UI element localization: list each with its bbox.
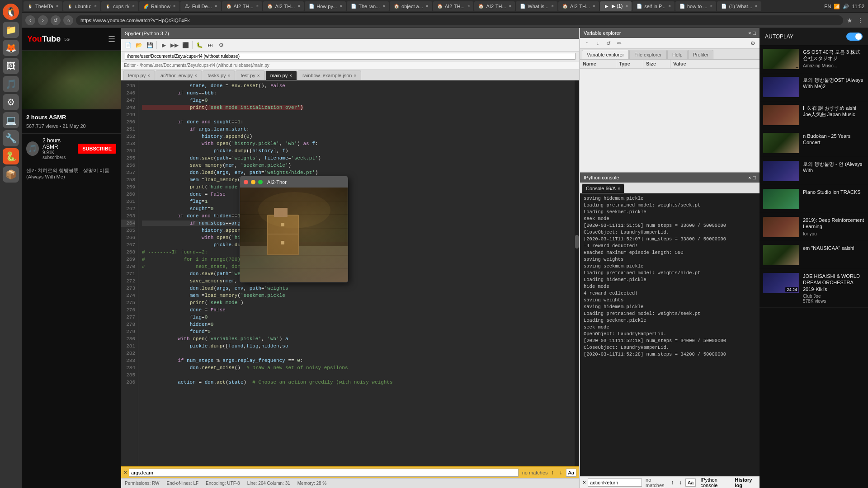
toolbar-run[interactable]: ▶: [159, 40, 169, 50]
tab-ai2thor-close[interactable]: ×: [194, 73, 197, 78]
taskbar-tab-rainbow[interactable]: 🌈 Rainbow ×: [139, 1, 179, 11]
var-col-size-header[interactable]: Size: [643, 60, 670, 68]
tab-main-close[interactable]: ×: [289, 73, 292, 78]
address-bar[interactable]: [76, 15, 843, 25]
toolbar-step[interactable]: ⏭: [205, 40, 215, 50]
youtube-close[interactable]: ×: [625, 4, 628, 9]
yt-suggested-item-2[interactable]: 로의 행방불명OST (Always With Me)2: [760, 73, 868, 101]
var-explorer-close[interactable]: ×: [748, 30, 751, 36]
var-tab-profiler[interactable]: Profiler: [688, 50, 714, 59]
taskbar-tab-youtube[interactable]: ▶ ▶ (1) ×: [600, 1, 632, 11]
console-find-close[interactable]: ×: [583, 479, 586, 486]
ai2thor1-close[interactable]: ×: [256, 4, 259, 9]
console-find-next[interactable]: ↓: [677, 479, 684, 487]
whatis-close[interactable]: ×: [551, 4, 554, 9]
var-export-btn[interactable]: ↓: [593, 38, 603, 48]
path-input[interactable]: [125, 53, 576, 60]
var-import-btn[interactable]: ↑: [582, 38, 592, 48]
dock-icon-music[interactable]: 🎵: [3, 76, 19, 92]
console-tab-main[interactable]: Console 66/A ×: [582, 183, 624, 193]
menu-icon[interactable]: ⋮: [856, 16, 864, 25]
console-find-prev[interactable]: ↑: [669, 479, 675, 487]
bookmark-icon[interactable]: ★: [846, 16, 854, 25]
howto-close[interactable]: ×: [710, 4, 713, 9]
code-editor[interactable]: 245246247248249 250251252253254 25525625…: [121, 80, 579, 466]
selfin-close[interactable]: ×: [668, 4, 671, 9]
taskbar-tab-selfin[interactable]: 📄 self in P... ×: [632, 1, 675, 11]
var-col-value-header[interactable]: Value: [670, 60, 760, 68]
toolbar-debug[interactable]: 🐛: [194, 40, 204, 50]
toolbar-run-file[interactable]: ▶▶: [170, 40, 179, 50]
dock-icon-browser[interactable]: 🦊: [3, 40, 19, 56]
dock-icon-files[interactable]: 📁: [3, 22, 19, 38]
ai2thor3-close[interactable]: ×: [467, 4, 470, 9]
whatis2-close[interactable]: ×: [755, 4, 758, 9]
find-input[interactable]: [129, 469, 519, 477]
popup-maximize-button[interactable]: [258, 180, 263, 184]
ubuntu-close[interactable]: ×: [94, 4, 97, 9]
var-refresh-btn[interactable]: ↺: [604, 38, 613, 48]
dock-icon-settings[interactable]: ⚙: [3, 94, 19, 110]
var-tab-explorer[interactable]: Variable explorer: [582, 50, 629, 59]
toolbar-stop[interactable]: ⬛: [180, 40, 190, 50]
taskbar-tab-theran[interactable]: 📄 The ran... ×: [347, 1, 389, 11]
taskbar-tab-whatis[interactable]: 📄 What is... ×: [516, 1, 557, 11]
taskbar-tab-howpy[interactable]: 📄 How py... ×: [305, 1, 346, 11]
rainbow-close[interactable]: ×: [173, 4, 176, 9]
reload-button[interactable]: ↺: [51, 15, 61, 25]
ai2thor2-close[interactable]: ×: [297, 4, 300, 9]
var-col-type-header[interactable]: Type: [616, 60, 643, 68]
console-tab-close[interactable]: ×: [618, 186, 620, 191]
console-dock[interactable]: □: [753, 175, 756, 180]
yt-suggested-item-7[interactable]: 2019): Deep Reinforcement Learning for y…: [760, 213, 868, 241]
fulldem-close[interactable]: ×: [215, 4, 217, 9]
console-tab-ipython[interactable]: IPython console: [700, 477, 730, 488]
console-find-aa[interactable]: Aa: [685, 479, 696, 487]
theran-close[interactable]: ×: [382, 4, 385, 9]
dock-icon-code[interactable]: 🔧: [3, 130, 19, 146]
taskbar-tab-objecta[interactable]: 🏠 object a... ×: [390, 1, 432, 11]
console-find-input[interactable]: [588, 479, 642, 487]
editor-tab-main[interactable]: main.py ×: [265, 70, 297, 80]
ai2thor4-close[interactable]: ×: [509, 4, 512, 9]
editor-tab-test[interactable]: test.py ×: [236, 70, 264, 80]
console-tab-historylog[interactable]: History log: [735, 477, 757, 488]
toolbar-new[interactable]: 📄: [123, 40, 133, 50]
console-output[interactable]: saving hidemem.pickle Loading pretrained…: [580, 193, 760, 476]
var-edit-btn[interactable]: ✏: [614, 38, 624, 48]
subscribe-button[interactable]: SUBSCRIBE: [78, 144, 116, 154]
dock-icon-spyder[interactable]: 🐍: [3, 148, 19, 164]
console-close[interactable]: ×: [748, 175, 751, 180]
dock-icon-package[interactable]: 📦: [3, 166, 19, 183]
theMT-close[interactable]: ×: [56, 4, 59, 9]
yt-suggested-item-3[interactable]: II 久石 譲 おすすめ aishi Joe人気曲 Japan Music: [760, 101, 868, 129]
tab-temp-close[interactable]: ×: [147, 73, 150, 78]
tab-tasks-close[interactable]: ×: [228, 73, 231, 78]
taskbar-tab-ai2thor1[interactable]: 🏠 AI2-TH... ×: [222, 1, 263, 11]
taskbar-tab-ai2thor5[interactable]: 🏠 AI2-TH... ×: [558, 1, 599, 11]
find-next-btn[interactable]: ↓: [558, 469, 564, 477]
yt-suggested-item-1[interactable]: GS OST 40곡 모음 3 株式会社スタジオジ Amazing Music.…: [760, 45, 868, 73]
yt-suggested-item-6[interactable]: Piano Studio ion TRACKS: [760, 185, 868, 213]
toolbar-save[interactable]: 💾: [145, 40, 155, 50]
forward-button[interactable]: ›: [38, 15, 48, 25]
var-explorer-dock[interactable]: □: [753, 30, 756, 36]
find-close-icon[interactable]: ×: [124, 469, 127, 476]
toolbar-settings[interactable]: ⚙: [216, 40, 226, 50]
var-tab-help[interactable]: Help: [667, 50, 688, 59]
popup-close-button[interactable]: [244, 180, 248, 184]
dock-icon-photos[interactable]: 🖼: [3, 58, 19, 74]
yt-channel-avatar[interactable]: 🎵: [26, 141, 39, 156]
taskbar-tab-cups[interactable]: 🐧 cups-rl/ ×: [101, 1, 138, 11]
toolbar-open[interactable]: 📂: [134, 40, 144, 50]
taskbar-tab-theMT[interactable]: 🐧 TheMTa ×: [24, 1, 62, 11]
taskbar-tab-ubuntu[interactable]: 🐧 ubuntu: ×: [63, 1, 101, 11]
home-button[interactable]: ⌂: [63, 15, 73, 25]
taskbar-tab-whatis2[interactable]: 📄 (1) What... ×: [717, 1, 761, 11]
yt-suggested-item-8[interactable]: em "NAUSICAA" saishi: [760, 241, 868, 269]
dock-icon-terminal[interactable]: 💻: [3, 112, 19, 128]
taskbar-tab-fulldem[interactable]: 🕹 Full De... ×: [180, 1, 221, 11]
objecta-close[interactable]: ×: [426, 4, 429, 9]
back-button[interactable]: ‹: [25, 15, 35, 25]
taskbar-tab-ai2thor3[interactable]: 🏠 AI2-TH... ×: [433, 1, 474, 11]
